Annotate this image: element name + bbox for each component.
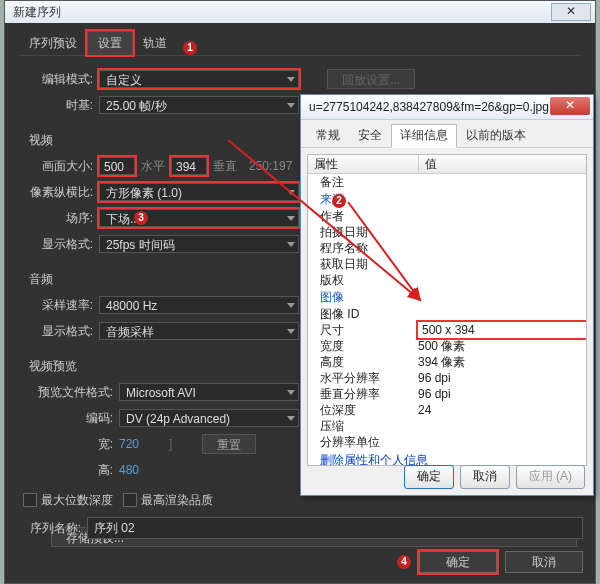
codec-label: 编码: (23, 410, 113, 427)
group-image: 图像 (308, 288, 586, 306)
props-title-bar: u=2775104242,838427809&fm=26&gp=0.jpg 属.… (301, 95, 593, 120)
table-row: 程序名称 (308, 240, 586, 256)
table-row: 位深度24 (308, 402, 586, 418)
edit-mode-dropdown[interactable]: 自定义 (99, 70, 299, 88)
preview-file-dropdown[interactable]: Microsoft AVI (119, 383, 299, 401)
fields-dropdown[interactable]: 下场... 3 (99, 209, 299, 227)
fields-label: 场序: (23, 210, 93, 227)
edit-mode-label: 编辑模式: (23, 71, 93, 88)
horiz-label: 水平 (141, 158, 165, 175)
reset-button[interactable]: 重置 (202, 434, 256, 454)
table-row: 尺寸500 x 394 (308, 322, 586, 338)
chevron-down-icon (287, 190, 295, 195)
col-value: 值 (419, 155, 586, 173)
props-body: 属性 值 备注 来源 作者拍摄日期程序名称获取日期版权 图像 图像 ID尺寸50… (307, 154, 587, 466)
disp-fmt-label: 显示格式: (23, 236, 93, 253)
props-tab-general[interactable]: 常规 (307, 124, 349, 147)
width-label: 宽: (23, 436, 113, 453)
height-value[interactable]: 480 (119, 463, 139, 477)
table-row: 拍摄日期 (308, 224, 586, 240)
annotation-badge-2: 2 (332, 194, 346, 208)
sample-rate-label: 采样速率: (23, 297, 93, 314)
table-row: 高度394 像素 (308, 354, 586, 370)
codec-dropdown[interactable]: DV (24p Advanced) (119, 409, 299, 427)
dialog-tabs: 序列预设 设置 轨道 1 (19, 33, 581, 56)
pixel-aspect-dropdown[interactable]: 方形像素 (1.0) (99, 183, 299, 201)
frame-height-input[interactable]: 394 (171, 157, 207, 175)
chevron-down-icon (287, 416, 295, 421)
timebase-label: 时基: (23, 97, 93, 114)
frame-width-input[interactable]: 500 (99, 157, 135, 175)
vert-label: 垂直 (213, 158, 237, 175)
table-row: 垂直分辨率96 dpi (308, 386, 586, 402)
frame-size-label: 画面大小: (23, 158, 93, 175)
table-row: 版权 (308, 272, 586, 288)
annotation-badge-1: 1 (183, 41, 197, 55)
props-tab-security[interactable]: 安全 (349, 124, 391, 147)
ok-button[interactable]: 确定 (419, 551, 497, 573)
tab-tracks[interactable]: 轨道 (133, 32, 177, 55)
chevron-down-icon (287, 103, 295, 108)
props-table-head: 属性 值 (308, 155, 586, 174)
max-render-quality-checkbox[interactable] (123, 493, 137, 507)
dialog-title-bar: 新建序列 ✕ (5, 1, 595, 23)
table-row: 压缩 (308, 418, 586, 434)
height-label: 高: (23, 462, 113, 479)
props-tab-details[interactable]: 详细信息 (391, 124, 457, 148)
chevron-down-icon (287, 329, 295, 334)
seq-name-label: 序列名称: (17, 520, 81, 537)
table-row: 获取日期 (308, 256, 586, 272)
props-title-text: u=2775104242,838427809&fm=26&gp=0.jpg 属.… (309, 100, 574, 114)
table-row: 水平分辨率96 dpi (308, 370, 586, 386)
dialog-title: 新建序列 (13, 5, 61, 19)
annotation-badge-3: 3 (134, 211, 148, 225)
close-button[interactable]: ✕ (551, 3, 591, 21)
ratio-hint: 250:197 (249, 159, 292, 173)
pixel-aspect-label: 像素纵横比: (23, 184, 93, 201)
file-properties-window: u=2775104242,838427809&fm=26&gp=0.jpg 属.… (300, 94, 594, 496)
disp-fmt-dropdown[interactable]: 25fps 时间码 (99, 235, 299, 253)
preview-file-label: 预览文件格式: (23, 384, 113, 401)
audio-disp-label: 显示格式: (23, 323, 93, 340)
chevron-down-icon (287, 216, 295, 221)
props-tabs: 常规 安全 详细信息 以前的版本 (301, 120, 593, 148)
tab-settings[interactable]: 设置 (87, 31, 133, 55)
max-render-quality-label: 最高渲染品质 (141, 492, 213, 509)
col-property: 属性 (308, 155, 419, 173)
props-tab-previous[interactable]: 以前的版本 (457, 124, 535, 147)
chevron-down-icon (287, 242, 295, 247)
seq-name-input[interactable]: 序列 02 (87, 517, 583, 539)
timebase-dropdown[interactable]: 25.00 帧/秒 (99, 96, 299, 114)
table-row: 分辨率单位 (308, 434, 586, 450)
table-row: 图像 ID (308, 306, 586, 322)
tab-presets[interactable]: 序列预设 (19, 32, 87, 55)
props-apply-button[interactable]: 应用 (A) (516, 465, 585, 489)
props-ok-button[interactable]: 确定 (404, 465, 454, 489)
sample-rate-dropdown[interactable]: 48000 Hz (99, 296, 299, 314)
max-bit-depth-label: 最大位数深度 (41, 492, 113, 509)
annotation-badge-4: 4 (397, 555, 411, 569)
chevron-down-icon (287, 303, 295, 308)
max-bit-depth-checkbox[interactable] (23, 493, 37, 507)
props-close-button[interactable]: ✕ (550, 97, 590, 115)
table-row: 作者 (308, 208, 586, 224)
chevron-down-icon (287, 390, 295, 395)
width-value[interactable]: 720 (119, 437, 139, 451)
chevron-down-icon (287, 77, 295, 82)
delete-properties-link[interactable]: 删除属性和个人信息 (308, 450, 428, 466)
cancel-button[interactable]: 取消 (505, 551, 583, 573)
group-source: 来源 (308, 190, 586, 208)
table-row: 宽度500 像素 (308, 338, 586, 354)
props-cancel-button[interactable]: 取消 (460, 465, 510, 489)
audio-disp-dropdown[interactable]: 音频采样 (99, 322, 299, 340)
revert-playback-button[interactable]: 回放设置... (327, 69, 415, 89)
